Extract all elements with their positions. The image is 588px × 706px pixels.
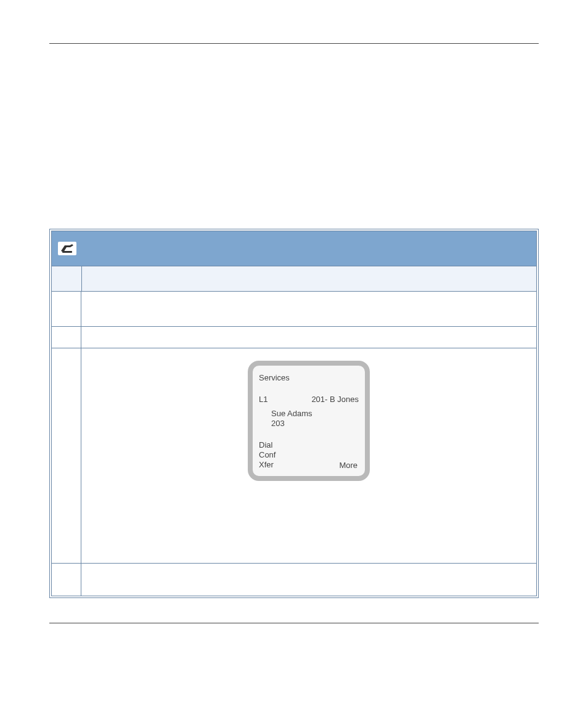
row-right-cell: Services L1 201- B Jones Sue Adams 203 D… [81, 348, 536, 563]
table-row: Services L1 201- B Jones Sue Adams 203 D… [52, 348, 536, 563]
softkey-dial: Dial [259, 440, 359, 450]
phone-icon [58, 242, 76, 255]
bottom-divider [49, 623, 539, 623]
svg-rect-1 [62, 251, 72, 253]
table-row [52, 563, 536, 596]
sub-header-left-cell [52, 266, 82, 291]
document-page: Services L1 201- B Jones Sue Adams 203 D… [0, 0, 588, 648]
row-left-cell [52, 564, 81, 596]
phone-display: Services L1 201- B Jones Sue Adams 203 D… [248, 361, 370, 481]
table-row [52, 326, 536, 348]
phone-line-row: L1 201- B Jones [259, 395, 359, 404]
entry-name: Sue Adams [271, 409, 359, 419]
phone-title: Services [259, 373, 359, 382]
top-divider [49, 43, 539, 44]
svg-rect-0 [58, 242, 76, 255]
row-left-cell [52, 327, 81, 348]
table-title-bar [52, 231, 536, 266]
row-right-cell [81, 292, 536, 326]
row-left-cell [52, 348, 81, 563]
phone-display-container: Services L1 201- B Jones Sue Adams 203 D… [81, 361, 536, 481]
row-right-cell [81, 327, 536, 348]
entry-extension: 203 [271, 419, 359, 429]
phone-line-info: 201- B Jones [311, 395, 359, 404]
phone-line-label: L1 [259, 395, 267, 404]
instruction-table-inner: Services L1 201- B Jones Sue Adams 203 D… [51, 231, 537, 596]
table-row [52, 291, 536, 326]
softkey-more: More [339, 461, 357, 470]
row-right-cell [81, 564, 536, 596]
instruction-table: Services L1 201- B Jones Sue Adams 203 D… [49, 229, 539, 598]
table-sub-header [52, 266, 536, 291]
softkey-conf: Conf [259, 450, 359, 460]
row-left-cell [52, 292, 81, 326]
phone-directory-entry: Sue Adams 203 [271, 409, 359, 429]
